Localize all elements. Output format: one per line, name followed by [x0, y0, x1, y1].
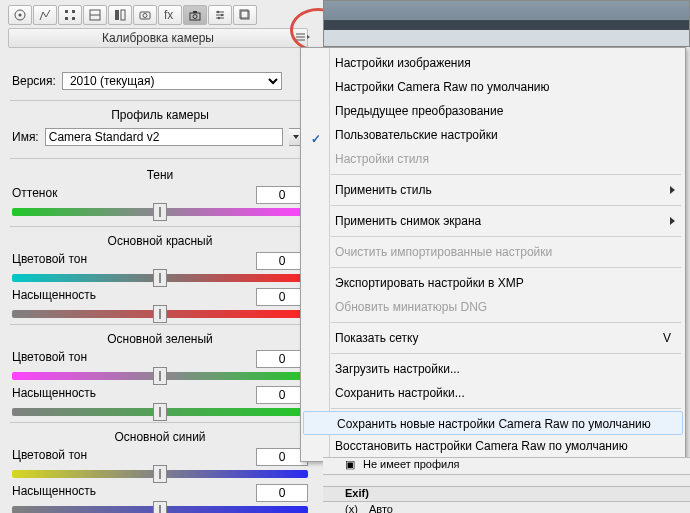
blue-hue-row: Цветовой тон 0 — [12, 448, 308, 462]
menu-export-xmp[interactable]: Экспортировать настройки в XMP — [301, 271, 685, 295]
blue-hue-thumb[interactable] — [153, 465, 167, 483]
tab-detail-icon[interactable] — [58, 5, 82, 25]
tint-label: Оттенок — [12, 186, 57, 200]
menu-load-settings[interactable]: Загрузить настройки... — [301, 357, 685, 381]
menu-save-new-defaults[interactable]: Сохранить новые настройки Camera Raw по … — [303, 411, 683, 435]
green-sat-label: Насыщенность — [12, 386, 96, 400]
version-select[interactable]: 2010 (текущая) — [62, 72, 282, 90]
red-hue-row: Цветовой тон 0 — [12, 252, 308, 266]
red-hue-thumb[interactable] — [153, 269, 167, 287]
profile-name-label: Имя: — [12, 130, 39, 144]
panel-context-menu: Настройки изображения Настройки Camera R… — [300, 47, 686, 462]
tab-tone-icon[interactable] — [33, 5, 57, 25]
red-sat-label: Насыщенность — [12, 288, 96, 302]
blue-hue-label: Цветовой тон — [12, 448, 87, 462]
profile-name-input[interactable] — [45, 128, 283, 146]
green-sat-row: Насыщенность 0 — [12, 386, 308, 400]
green-hue-row: Цветовой тон 0 — [12, 350, 308, 364]
tab-fx-icon[interactable]: fx — [158, 5, 182, 25]
menu-cr-defaults[interactable]: Настройки Camera Raw по умолчанию — [301, 75, 685, 99]
menu-update-dng: Обновить миниатюры DNG — [301, 295, 685, 319]
shortcut-key: V — [663, 326, 671, 350]
green-hue-label: Цветовой тон — [12, 350, 87, 364]
green-hue-thumb[interactable] — [153, 367, 167, 385]
submenu-arrow-icon — [670, 217, 675, 225]
red-sat-thumb[interactable] — [153, 305, 167, 323]
profile-group-title: Профиль камеры — [12, 108, 308, 122]
menu-user-settings[interactable]: ✓Пользовательские настройки — [301, 123, 685, 147]
svg-rect-5 — [121, 10, 125, 20]
red-sat-row: Насыщенность 0 — [12, 288, 308, 302]
menu-separator — [331, 205, 681, 206]
blue-sat-row: Насыщенность 0 — [12, 484, 308, 498]
panel-title: Калибровка камеры — [8, 28, 308, 48]
svg-point-7 — [143, 14, 147, 18]
tint-slider-row: Оттенок 0 — [12, 186, 308, 200]
below-exif-header[interactable]: Exif) — [323, 486, 690, 502]
svg-point-17 — [218, 17, 220, 19]
menu-separator — [331, 322, 681, 323]
menu-restore-defaults[interactable]: Восстановить настройки Camera Raw по умо… — [301, 434, 685, 458]
tab-lens-icon[interactable] — [133, 5, 157, 25]
blue-group-title: Основной синий — [12, 430, 308, 444]
red-hue-label: Цветовой тон — [12, 252, 87, 266]
tab-presets-icon[interactable] — [208, 5, 232, 25]
menu-apply-style[interactable]: Применить стиль — [301, 178, 685, 202]
svg-rect-4 — [115, 10, 119, 20]
green-sat-thumb[interactable] — [153, 403, 167, 421]
tint-thumb[interactable] — [153, 203, 167, 221]
below-flash-row: (x) Авто — [323, 503, 690, 513]
version-label: Версия: — [12, 74, 56, 88]
menu-separator — [331, 174, 681, 175]
submenu-arrow-icon — [670, 186, 675, 194]
menu-prev-transform[interactable]: Предыдущее преобразование — [301, 99, 685, 123]
check-icon: ✓ — [311, 127, 325, 141]
panel-menu-icon[interactable] — [293, 30, 313, 44]
menu-separator — [331, 408, 681, 409]
menu-apply-snapshot[interactable]: Применить снимок экрана — [301, 209, 685, 233]
menu-separator — [331, 236, 681, 237]
tab-basic-icon[interactable] — [8, 5, 32, 25]
menu-separator — [331, 267, 681, 268]
svg-point-16 — [221, 14, 223, 16]
menu-clear-imported: Очистить импортированные настройки — [301, 240, 685, 264]
red-group-title: Основной красный — [12, 234, 308, 248]
menu-show-grid[interactable]: Показать сеткуV — [301, 326, 685, 350]
blue-sat-thumb[interactable] — [153, 501, 167, 513]
blue-sat-label: Насыщенность — [12, 484, 96, 498]
menu-image-settings[interactable]: Настройки изображения — [301, 51, 685, 75]
tab-hsl-icon[interactable] — [83, 5, 107, 25]
svg-point-11 — [193, 15, 197, 19]
tab-snapshots-icon[interactable] — [233, 5, 257, 25]
profile-name-row: Имя: — [12, 128, 305, 146]
tab-camera-icon[interactable] — [183, 5, 207, 25]
shadows-group-title: Тени — [12, 168, 308, 182]
menu-style-settings: Настройки стиля — [301, 147, 685, 171]
blue-sat-value[interactable]: 0 — [256, 484, 308, 502]
svg-point-1 — [19, 14, 22, 17]
svg-text:fx: fx — [164, 8, 173, 22]
menu-save-settings[interactable]: Сохранить настройки... — [301, 381, 685, 405]
below-profile-row: ▣ Не имеет профиля — [323, 457, 690, 475]
green-group-title: Основной зеленый — [12, 332, 308, 346]
image-preview — [323, 0, 690, 47]
menu-separator — [331, 353, 681, 354]
tab-toolbar: fx — [8, 5, 258, 25]
svg-point-15 — [217, 11, 219, 13]
svg-rect-10 — [193, 11, 197, 13]
tab-split-icon[interactable] — [108, 5, 132, 25]
version-row: Версия: 2010 (текущая) — [12, 72, 282, 90]
